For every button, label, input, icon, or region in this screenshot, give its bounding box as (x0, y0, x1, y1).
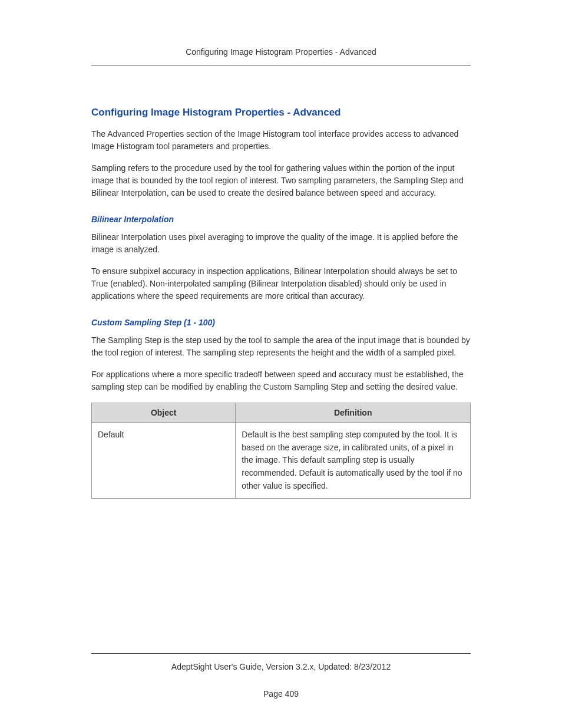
footer-guide-info: AdeptSight User's Guide, Version 3.2.x, … (91, 662, 471, 671)
sampling-paragraph-1: The Sampling Step is the step used by th… (91, 334, 471, 359)
intro-paragraph-1: The Advanced Properties section of the I… (91, 128, 471, 153)
table-row: Default Default is the best sampling ste… (92, 423, 471, 499)
table-cell-object: Default (92, 423, 236, 499)
table-header-object: Object (92, 403, 236, 423)
page-footer: AdeptSight User's Guide, Version 3.2.x, … (91, 653, 471, 699)
sampling-paragraph-2: For applications where a more specific t… (91, 368, 471, 393)
footer-page-number: Page 409 (91, 689, 471, 699)
running-title: Configuring Image Histogram Properties -… (186, 47, 376, 57)
bilinear-paragraph-2: To ensure subpixel accuracy in inspectio… (91, 265, 471, 302)
table-header-definition: Definition (236, 403, 471, 423)
definition-table: Object Definition Default Default is the… (91, 403, 471, 499)
intro-paragraph-2: Sampling refers to the procedure used by… (91, 162, 471, 199)
table-cell-definition: Default is the best sampling step comput… (236, 423, 471, 499)
page-title: Configuring Image Histogram Properties -… (91, 107, 471, 118)
bilinear-paragraph-1: Bilinear Interpolation uses pixel averag… (91, 231, 471, 256)
section-heading-bilinear: Bilinear Interpolation (91, 215, 471, 224)
section-heading-sampling: Custom Sampling Step (1 - 100) (91, 318, 471, 327)
page-header: Configuring Image Histogram Properties -… (91, 47, 471, 65)
